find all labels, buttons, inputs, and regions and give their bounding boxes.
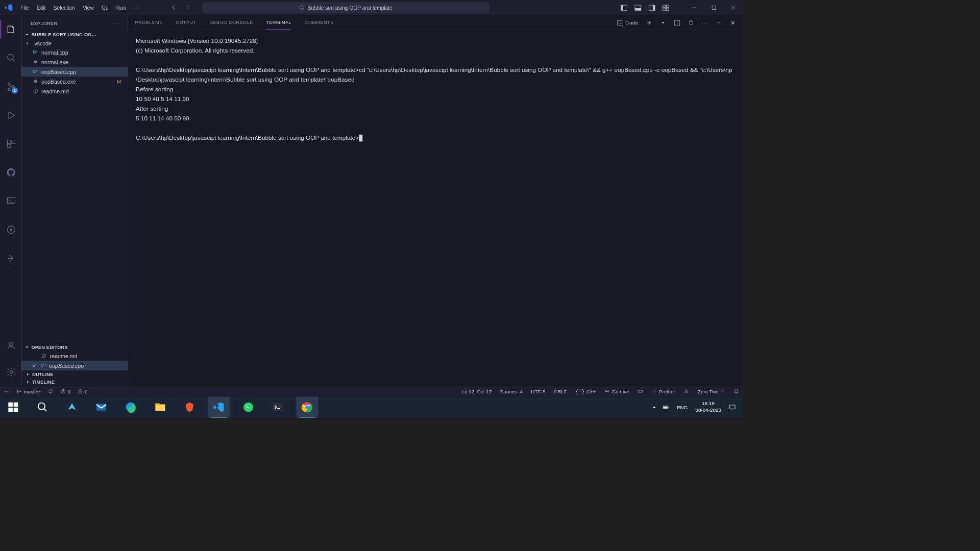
panel-tab-problems[interactable]: PROBLEMS [135, 16, 163, 30]
close-button[interactable] [723, 0, 743, 15]
kill-terminal-icon[interactable] [688, 19, 694, 26]
file-item-normal-cpp[interactable]: C⁺ normal.cpp [21, 47, 128, 57]
status-eol[interactable]: CRLF [554, 388, 567, 394]
menu-view[interactable]: View [79, 3, 97, 13]
timeline-header[interactable]: TIMELINE [21, 378, 128, 386]
panel-more-icon[interactable]: ··· [702, 20, 708, 26]
tray-language[interactable]: ENG [677, 404, 688, 410]
chevron-down-icon[interactable] [660, 19, 666, 26]
svg-rect-4 [635, 8, 641, 10]
status-bell[interactable] [733, 389, 739, 394]
activity-settings[interactable] [1, 363, 22, 381]
activity-explorer[interactable] [1, 20, 22, 38]
activity-debug[interactable] [1, 106, 22, 124]
maximize-button[interactable] [704, 0, 724, 15]
tray-time: 16:19 [696, 400, 721, 407]
panel-tab-debug[interactable]: DEBUG CONSOLE [209, 16, 253, 30]
file-item-oopbased-exe[interactable]: ⚙ oopBased.exe M [21, 77, 128, 86]
file-label: normal.cpp [41, 49, 68, 56]
terminal-body[interactable]: Microsoft Windows [Version 10.0.19045.27… [128, 30, 743, 386]
activity-github[interactable] [1, 163, 22, 182]
status-liveshare-user[interactable] [683, 389, 689, 394]
tray-clock[interactable]: 16:19 08-04-2023 [696, 400, 721, 414]
start-button[interactable] [3, 397, 24, 418]
status-errors[interactable]: 0 [60, 388, 70, 394]
panel-tab-output[interactable]: OUTPUT [176, 16, 197, 30]
activity-remote-terminal[interactable] [1, 192, 22, 210]
menu-file[interactable]: File [17, 3, 32, 13]
status-port[interactable] [638, 389, 643, 394]
activity-extensions[interactable] [1, 135, 22, 153]
nav-forward-icon[interactable] [184, 4, 191, 12]
status-encoding[interactable]: UTF-8 [531, 388, 545, 394]
menu-go[interactable]: Go [98, 3, 112, 13]
open-editor-readme[interactable]: ⓘ readme.md [21, 351, 128, 361]
terminal-profile[interactable]: Code [617, 19, 639, 26]
activity-accounts[interactable] [1, 336, 22, 355]
explorer-more-icon[interactable]: ··· [113, 20, 119, 26]
menu-run[interactable]: Run [113, 3, 129, 13]
task-edge[interactable] [120, 397, 141, 418]
status-remote[interactable] [4, 389, 10, 394]
tray-battery-icon[interactable] [663, 404, 669, 410]
split-terminal-icon[interactable] [674, 19, 680, 26]
tray-date: 08-04-2023 [696, 407, 721, 414]
minimize-button[interactable] [685, 0, 704, 15]
svg-rect-39 [155, 404, 165, 411]
outline-header[interactable]: OUTLINE [21, 370, 128, 378]
maximize-panel-icon[interactable] [716, 19, 722, 26]
layout-customize-icon[interactable] [663, 4, 670, 11]
file-item-normal-exe[interactable]: ⚙ normal.exe [21, 57, 128, 67]
layout-secondary-sidebar-icon[interactable] [648, 4, 655, 11]
panel-tab-comments[interactable]: COMMENTS [305, 16, 334, 30]
menu-selection[interactable]: Selection [50, 3, 79, 13]
file-item-vscode[interactable]: .vscode [21, 39, 128, 47]
task-terminal[interactable] [267, 397, 288, 418]
layout-primary-sidebar-icon[interactable] [621, 4, 628, 11]
status-golive[interactable]: Go Live [604, 388, 629, 394]
svg-point-14 [8, 88, 10, 90]
vscode-logo-icon [5, 4, 13, 12]
folder-section-header[interactable]: BUBBLE SORT USING OO… [21, 31, 128, 39]
status-branch[interactable]: master* [16, 388, 41, 394]
activity-liveshare[interactable] [1, 249, 22, 267]
panel-tab-terminal[interactable]: TERMINAL [266, 16, 291, 30]
file-item-oopbased-cpp[interactable]: C⁺ oopBased.cpp [21, 67, 128, 77]
activity-scm[interactable]: 1 [1, 78, 22, 96]
open-editor-oopbased[interactable]: C⁺ oopBased.cpp [21, 361, 128, 370]
menu-overflow[interactable]: ··· [130, 3, 143, 13]
activity-search[interactable] [1, 49, 22, 67]
task-brave[interactable] [179, 397, 200, 418]
task-mail[interactable] [90, 397, 112, 418]
status-language[interactable]: { }C++ [575, 388, 596, 394]
task-explorer[interactable] [150, 397, 171, 418]
tray-chevron-icon[interactable] [651, 404, 657, 410]
status-spaces[interactable]: Spaces: 4 [500, 388, 523, 394]
activity-thunder[interactable] [1, 220, 22, 239]
task-search[interactable] [32, 397, 53, 418]
layout-panel-icon[interactable] [634, 4, 642, 11]
command-center-text: Bubble sort using OOP and template [307, 5, 392, 10]
statusbar: master* 0 0 Ln 12, Col 17 Spaces: 4 UTF-… [0, 386, 743, 396]
open-editors-header[interactable]: OPEN EDITORS [21, 343, 128, 351]
folder-name: BUBBLE SORT USING OO… [31, 32, 96, 38]
svg-point-13 [8, 83, 10, 85]
close-panel-icon[interactable] [730, 19, 736, 26]
status-theme[interactable]: Zero Two♡ [698, 388, 725, 394]
task-cortana[interactable] [61, 397, 83, 418]
new-terminal-icon[interactable] [646, 19, 652, 26]
task-whatsapp[interactable] [237, 397, 259, 418]
task-chrome[interactable] [297, 397, 318, 418]
tray-notifications-icon[interactable] [729, 404, 736, 411]
file-item-readme[interactable]: ⓘ readme.md [21, 86, 128, 96]
status-sync[interactable] [48, 389, 54, 394]
nav-back-icon[interactable] [170, 4, 177, 12]
close-icon[interactable] [31, 363, 37, 368]
status-line-col[interactable]: Ln 12, Col 17 [462, 388, 492, 394]
file-tree: .vscode C⁺ normal.cpp ⚙ normal.exe C⁺ oo… [21, 39, 128, 96]
status-warnings[interactable]: 0 [78, 388, 88, 394]
status-prettier[interactable]: Prettier [652, 388, 675, 394]
task-vscode[interactable] [208, 397, 230, 418]
command-center[interactable]: Bubble sort using OOP and template [203, 3, 489, 13]
menu-edit[interactable]: Edit [33, 3, 49, 13]
